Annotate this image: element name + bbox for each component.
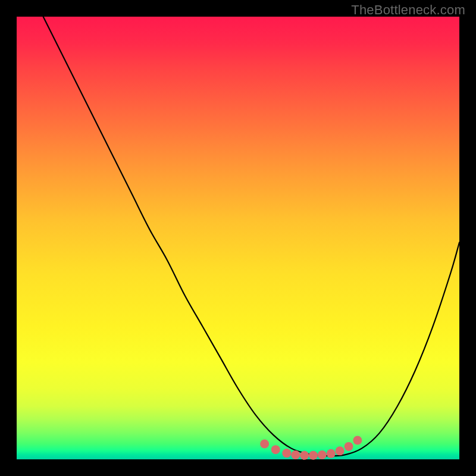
bottleneck-curve	[43, 17, 459, 456]
watermark-text: TheBottleneck.com	[351, 2, 465, 18]
curve-marker	[282, 449, 291, 458]
curve-marker	[260, 439, 269, 448]
curve-marker	[271, 445, 280, 454]
curve-marker	[291, 450, 300, 459]
curve-marker	[300, 451, 309, 460]
curve-marker	[309, 451, 318, 460]
curve-markers	[260, 436, 362, 460]
curve-marker	[353, 436, 362, 445]
curve-marker	[345, 442, 353, 451]
curve-marker	[327, 449, 336, 458]
chart-frame: TheBottleneck.com	[0, 0, 476, 476]
chart-svg	[17, 17, 459, 459]
curve-marker	[318, 450, 327, 459]
curve-marker	[336, 446, 345, 455]
